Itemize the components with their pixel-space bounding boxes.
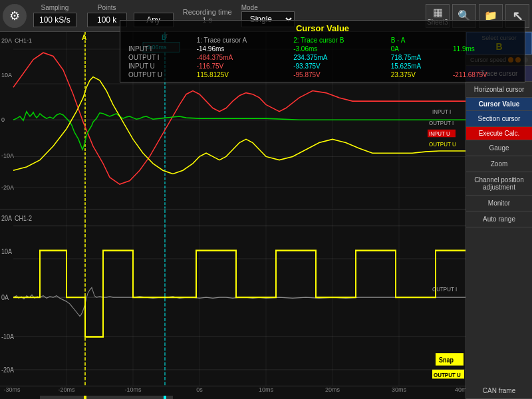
tick-30: 30ms bbox=[392, 386, 406, 393]
sampling-label: Sampling bbox=[41, 4, 69, 11]
cursor-a-marker bbox=[84, 396, 86, 399]
cv-a-input-u: -116.75V bbox=[194, 62, 291, 70]
chart2-svg: 20A 10A 0A -10A -20A CH1-2 OUTPUT I OUTP… bbox=[0, 209, 466, 386]
tick-40: 40ms bbox=[455, 386, 466, 393]
tick-20: 20ms bbox=[325, 386, 340, 393]
auto-range-button[interactable]: Auto range bbox=[466, 211, 532, 227]
svg-text:OUTPUT I: OUTPUT I bbox=[432, 285, 457, 293]
cv-a-output-u: 115.8125V bbox=[194, 70, 291, 79]
cv-col-ba-header: B - A bbox=[388, 36, 450, 45]
svg-text:CH1-1: CH1-1 bbox=[15, 37, 32, 43]
cursor-range-bar bbox=[40, 396, 173, 399]
svg-text:0A: 0A bbox=[1, 293, 9, 301]
right-panel-spacer bbox=[466, 227, 532, 383]
channel-position-button[interactable]: Channel position adjustment bbox=[466, 172, 532, 196]
svg-text:10A: 10A bbox=[1, 247, 12, 255]
svg-text:INPUT I: INPUT I bbox=[432, 109, 451, 115]
cv-ba-output-i: 718.75mA bbox=[388, 53, 450, 62]
cursor-value-panel: Cursor Value 1: Trace cursor A 2: Trace … bbox=[120, 32, 466, 82]
svg-text:10A: 10A bbox=[1, 72, 13, 78]
svg-text:-10A: -10A bbox=[1, 152, 15, 159]
can-frame-button[interactable]: CAN frame bbox=[466, 383, 532, 399]
cv-b-output-u: -95.875V bbox=[291, 70, 388, 79]
svg-text:Snap: Snap bbox=[439, 355, 454, 363]
cv-ba-input-u: 15.625mA bbox=[388, 62, 450, 70]
charts-area: 20A 10A 0 -10A -20A CH1-1 A B T -3.06ms … bbox=[0, 32, 466, 399]
sampling-value[interactable]: 100 kS/s bbox=[33, 13, 76, 27]
cv-ba-output-u2: -211.6875V bbox=[450, 70, 466, 79]
svg-text:OUTPUT I: OUTPUT I bbox=[429, 120, 454, 126]
svg-text:20A: 20A bbox=[1, 214, 12, 222]
svg-text:-10A: -10A bbox=[1, 332, 14, 340]
right-panel: Select cursor B Cursor speed Trace curso… bbox=[466, 32, 532, 399]
monitor-button[interactable]: Monitor bbox=[466, 196, 532, 211]
tick-0: 0s bbox=[196, 386, 203, 393]
svg-text:INPUT U: INPUT U bbox=[429, 131, 450, 137]
cv-col-a-header: 1: Trace cursor A bbox=[194, 36, 291, 45]
cv-b-input-i: -3.06ms bbox=[291, 45, 388, 53]
zoom-button[interactable]: Zoom bbox=[466, 156, 532, 172]
cv-ba-input-u2 bbox=[450, 62, 466, 70]
section-cursor-button[interactable]: Section cursor bbox=[466, 111, 532, 127]
cv-col-ba2-header bbox=[450, 36, 466, 45]
cv-ba-input-i: 0A bbox=[388, 45, 450, 53]
cv-ba-output-u: 23.375V bbox=[388, 70, 450, 79]
cv-ba-input-i2 bbox=[450, 53, 466, 62]
horizontal-cursor-button[interactable]: Horizontal cursor bbox=[466, 82, 532, 98]
cursor-value-table: 1: Trace cursor A 2: Trace cursor B B - … bbox=[126, 36, 466, 79]
svg-text:OUTPUT U: OUTPUT U bbox=[434, 371, 461, 378]
svg-text:20A: 20A bbox=[1, 37, 13, 43]
svg-text:OUTPUT U: OUTPUT U bbox=[429, 142, 456, 148]
time-axis: -30ms -20ms -10ms 0s 10ms 20ms 30ms 40ms bbox=[0, 386, 466, 399]
cv-b-output-i: 234.375mA bbox=[291, 53, 388, 62]
svg-text:A: A bbox=[82, 34, 87, 41]
tick-m10: -10ms bbox=[124, 386, 141, 393]
svg-text:-20A: -20A bbox=[1, 184, 15, 191]
cursor-value-button[interactable]: Cursor Value bbox=[466, 98, 532, 111]
svg-text:0: 0 bbox=[1, 116, 5, 123]
sampling-section: Sampling 100 kS/s bbox=[33, 4, 76, 27]
cv-a-input-i: -14.96ms bbox=[194, 45, 291, 53]
main-area: 20A 10A 0 -10A -20A CH1-1 A B T -3.06ms … bbox=[0, 32, 532, 399]
cv-ba-delta: 11.9ms bbox=[450, 45, 466, 53]
cv-row-output-i: OUTPUT I bbox=[126, 53, 194, 62]
cv-col-b-header: 2: Trace cursor B bbox=[291, 36, 388, 45]
recording-label: Recording time bbox=[183, 8, 232, 16]
execute-calc-button[interactable]: Execute Calc. bbox=[466, 127, 532, 140]
tick-10: 10ms bbox=[259, 386, 273, 393]
settings-button[interactable]: ⚙ bbox=[3, 4, 27, 28]
cursor-value-title: Cursor Value bbox=[126, 32, 466, 33]
cv-row-input-u: INPUT U bbox=[126, 62, 194, 70]
cv-a-output-i: -484.375mA bbox=[194, 53, 291, 62]
cv-b-input-u: -93.375V bbox=[291, 62, 388, 70]
svg-text:-20A: -20A bbox=[1, 365, 14, 373]
cursor-b-marker bbox=[164, 396, 166, 399]
mode-label: Mode bbox=[241, 4, 258, 11]
svg-text:CH1-2: CH1-2 bbox=[15, 214, 32, 222]
tick-m30: -30ms bbox=[3, 386, 20, 393]
points-label: Points bbox=[98, 4, 116, 11]
chart2: 20A 10A 0A -10A -20A CH1-2 OUTPUT I OUTP… bbox=[0, 209, 466, 386]
cursor-value-label: Cursor Value bbox=[467, 100, 531, 108]
tick-m20: -20ms bbox=[58, 386, 74, 393]
cv-row-output-u: OUTPUT U bbox=[126, 70, 194, 79]
cv-row-input-i: INPUT I bbox=[126, 45, 194, 53]
gauge-button[interactable]: Gauge bbox=[466, 140, 532, 156]
cv-empty bbox=[126, 36, 194, 45]
